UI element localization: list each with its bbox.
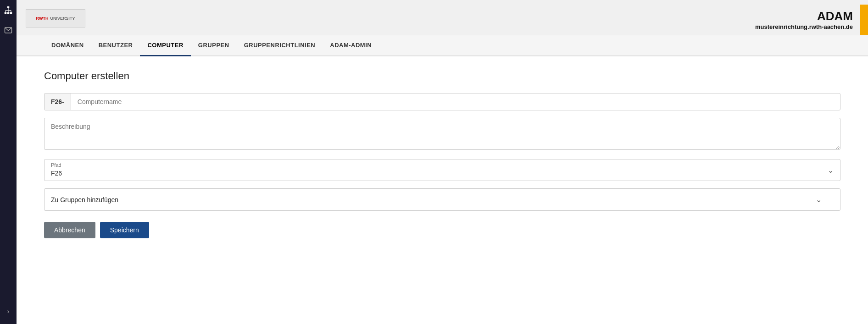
svg-rect-3 (10, 12, 12, 14)
path-value[interactable]: F26 (45, 159, 840, 181)
svg-rect-0 (7, 6, 10, 8)
description-section (44, 118, 840, 152)
main-nav: DOMÄNEN BENUTZER COMPUTER GRUPPEN GRUPPE… (17, 35, 868, 56)
nav-item-group-policies[interactable]: GRUPPENRICHTLINIEN (237, 35, 323, 56)
page-title: Computer erstellen (44, 70, 840, 82)
nav-item-users[interactable]: BENUTZER (91, 35, 140, 56)
cancel-button[interactable]: Abbrechen (44, 222, 95, 238)
logo-area: RWTH UNIVERSITY (17, 5, 95, 32)
svg-rect-1 (5, 12, 7, 14)
main-content: RWTH UNIVERSITY ADAM mustereinrichtung.r… (17, 0, 868, 324)
save-button[interactable]: Speichern (100, 222, 149, 238)
computer-name-prefix: F26- (45, 93, 71, 110)
header: RWTH UNIVERSITY ADAM mustereinrichtung.r… (17, 0, 868, 35)
nav-item-computer[interactable]: COMPUTER (140, 35, 190, 56)
nav-item-adam-admin[interactable]: ADAM-ADMIN (323, 35, 379, 56)
group-add-chevron-icon: ⌄ (816, 195, 822, 204)
path-label: Pfad (51, 162, 61, 168)
computer-name-input[interactable] (71, 93, 840, 110)
logo-image: RWTH UNIVERSITY (26, 9, 85, 27)
computer-name-field: F26- (44, 93, 840, 110)
header-title-block: ADAM mustereinrichtung.rwth-aachen.de (755, 5, 860, 35)
svg-rect-2 (7, 12, 10, 14)
sidebar-item-org[interactable] (3, 5, 14, 16)
accent-bar (860, 5, 868, 35)
path-select[interactable]: Pfad F26 ⌄ (44, 159, 840, 181)
description-input[interactable] (44, 118, 840, 150)
group-add-label: Zu Gruppen hinzufügen (51, 196, 118, 203)
sidebar: › (0, 0, 17, 324)
header-right: ADAM mustereinrichtung.rwth-aachen.de (755, 5, 868, 35)
page-content: Computer erstellen F26- Pfad F26 ⌄ Zu Gr… (17, 56, 868, 324)
form-buttons: Abbrechen Speichern (44, 222, 840, 238)
nav-item-domains[interactable]: DOMÄNEN (44, 35, 91, 56)
app-name: ADAM (755, 9, 853, 23)
sidebar-item-mail[interactable] (3, 25, 14, 36)
sidebar-expand-button[interactable]: › (7, 308, 10, 315)
nav-item-groups[interactable]: GRUPPEN (191, 35, 237, 56)
domain-name: mustereinrichtung.rwth-aachen.de (755, 23, 853, 30)
add-to-groups-dropdown[interactable]: Zu Gruppen hinzufügen ⌄ (44, 188, 840, 211)
